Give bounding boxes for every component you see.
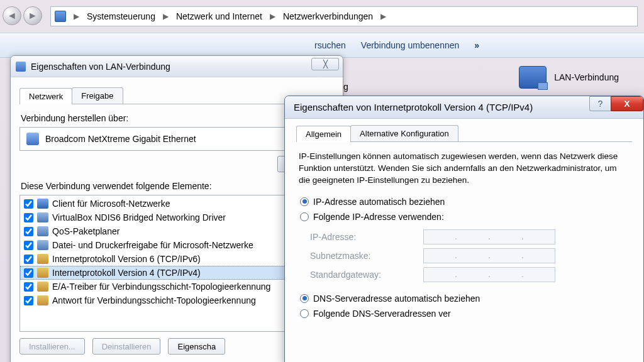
close-button[interactable]: ╳: [311, 58, 339, 70]
control-panel-icon: [55, 11, 66, 22]
item-checkbox[interactable]: [24, 296, 33, 305]
radio-label: IP-Adresse automatisch beziehen: [313, 197, 445, 207]
button-label: Installieren...: [29, 342, 75, 351]
install-button[interactable]: Installieren...: [19, 338, 85, 354]
item-label: Internetprotokoll Version 4 (TCP/IPv4): [52, 268, 201, 278]
connection-label: LAN-Verbindung: [554, 72, 619, 82]
adapter-name: Broadcom NetXtreme Gigabit Ethernet: [45, 134, 196, 144]
network-icon: [16, 62, 26, 72]
breadcrumb-item[interactable]: Netzwerkverbindungen: [280, 9, 375, 23]
toolbar-rename-connection[interactable]: Verbindung umbenennen: [361, 40, 459, 50]
close-icon: ╳: [323, 60, 328, 69]
tab-sharing[interactable]: Freigabe: [72, 87, 123, 104]
item-label: VirtualBox NDIS6 Bridged Networking Driv…: [52, 212, 226, 222]
help-button[interactable]: ?: [589, 96, 611, 111]
dialog-titlebar[interactable]: Eigenschaften von Internetprotokoll Vers…: [285, 96, 643, 119]
item-label: QoS-Paketplaner: [52, 226, 119, 236]
item-checkbox[interactable]: [24, 241, 33, 250]
connection-item[interactable]: LAN-Verbindung: [519, 66, 619, 89]
subnet-mask-input: ...: [423, 248, 555, 263]
description-text: IP-Einstellungen können automatisch zuge…: [299, 151, 630, 187]
subnet-mask-label: Subnetzmaske:: [310, 251, 423, 261]
service-icon: [37, 226, 48, 236]
radio-ip-manual[interactable]: Folgende IP-Adresse verwenden:: [296, 209, 632, 224]
item-checkbox[interactable]: [24, 255, 33, 264]
tab-general[interactable]: Allgemein: [296, 126, 351, 142]
tab-label: Allgemein: [306, 129, 341, 139]
item-checkbox[interactable]: [24, 227, 33, 236]
item-label: Antwort für Verbindungsschicht-Topologie…: [52, 295, 256, 305]
tab-label: Freigabe: [81, 91, 113, 101]
breadcrumb[interactable]: ▶ Systemsteuerung ▶ Netzwerk und Interne…: [50, 6, 638, 26]
nav-back-button[interactable]: ◄: [3, 6, 21, 25]
radio-label: Folgende DNS-Serveradressen ver: [313, 309, 451, 319]
ip-address-input: ...: [423, 229, 555, 244]
breadcrumb-item[interactable]: Netzwerk und Internet: [174, 9, 265, 23]
chevron-right-icon: ▶: [377, 12, 390, 21]
toolbar-item[interactable]: rsuchen: [314, 40, 346, 50]
tab-strip: Allgemein Alternative Konfiguration: [296, 125, 632, 142]
protocol-icon: [37, 295, 48, 305]
button-label: Eigenscha: [177, 342, 216, 351]
help-icon: ?: [598, 99, 603, 109]
radio-dns-auto[interactable]: DNS-Serveradresse automatisch beziehen: [296, 291, 632, 306]
radio-label: Folgende IP-Adresse verwenden:: [313, 212, 444, 222]
properties-button[interactable]: Eigenscha: [168, 338, 225, 354]
item-label: E/A-Treiber für Verbindungsschicht-Topol…: [52, 282, 270, 292]
chevron-right-icon: ▶: [70, 12, 83, 21]
item-label: Client für Microsoft-Netzwerke: [52, 199, 170, 209]
radio-dns-manual[interactable]: Folgende DNS-Serveradressen ver: [296, 306, 632, 321]
radio-label: DNS-Serveradresse automatisch beziehen: [313, 293, 480, 304]
close-icon: X: [624, 99, 630, 109]
network-adapter-icon: [519, 66, 547, 89]
breadcrumb-item[interactable]: Systemsteuerung: [84, 9, 158, 23]
dialog-titlebar[interactable]: Eigenschaften von LAN-Verbindung ╳: [11, 56, 343, 77]
item-checkbox[interactable]: [24, 282, 33, 292]
close-button[interactable]: X: [611, 96, 643, 111]
protocol-icon: [37, 282, 48, 292]
item-label: Datei- und Druckerfreigabe für Microsoft…: [52, 240, 253, 250]
radio-icon: [300, 197, 309, 206]
uninstall-button[interactable]: Deinstallieren: [92, 338, 161, 354]
toolbar-overflow[interactable]: »: [474, 40, 479, 50]
item-checkbox[interactable]: [24, 268, 33, 278]
radio-icon: [300, 294, 309, 303]
adapter-icon: [26, 133, 39, 145]
item-label: Internetprotokoll Version 6 (TCP/IPv6): [52, 254, 201, 264]
tab-label: Alternative Konfiguration: [360, 129, 449, 138]
button-label: Deinstallieren: [102, 342, 152, 351]
dialog-title: Eigenschaften von LAN-Verbindung: [31, 62, 170, 72]
dialog-title: Eigenschaften von Internetprotokoll Vers…: [294, 102, 533, 112]
item-checkbox[interactable]: [24, 199, 33, 209]
tab-label: Netzwerk: [29, 92, 63, 101]
radio-icon: [300, 212, 309, 221]
nav-forward-button[interactable]: ►: [23, 6, 42, 25]
protocol-icon: [37, 254, 48, 264]
item-checkbox[interactable]: [24, 213, 33, 222]
radio-ip-auto[interactable]: IP-Adresse automatisch beziehen: [296, 194, 632, 209]
client-icon: [37, 199, 48, 209]
protocol-icon: [37, 268, 48, 278]
service-icon: [37, 240, 48, 250]
tab-network[interactable]: Netzwerk: [19, 88, 72, 104]
service-icon: [37, 212, 48, 222]
ip-address-label: IP-Adresse:: [310, 232, 423, 242]
radio-icon: [300, 309, 309, 318]
default-gateway-label: Standardgateway:: [310, 270, 423, 280]
ipv4-properties-dialog: Eigenschaften von Internetprotokoll Vers…: [284, 96, 644, 362]
command-bar: rsuchen Verbindung umbenennen »: [0, 33, 644, 58]
chevron-right-icon: ▶: [159, 12, 172, 21]
default-gateway-input: ...: [423, 267, 555, 282]
chevron-right-icon: ▶: [266, 12, 279, 21]
tab-alternate-config[interactable]: Alternative Konfiguration: [350, 125, 458, 141]
